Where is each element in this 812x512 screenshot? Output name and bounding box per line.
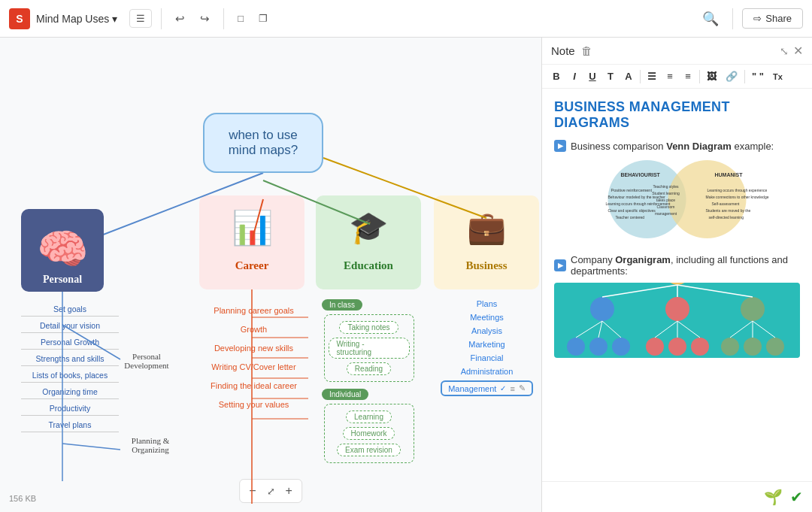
edu-sub-3[interactable]: Learning (346, 411, 392, 423)
biz-sub-1[interactable]: Meetings (470, 313, 504, 322)
education-node-label: Education (316, 259, 421, 272)
svg-text:HUMANIST: HUMANIST (715, 172, 744, 177)
redo-btn[interactable]: ↪ (195, 9, 214, 29)
edu-sub-0[interactable]: Taking notes (339, 321, 398, 334)
frame-btn[interactable]: □ (233, 10, 248, 27)
planning-label: Planning & Organizing (120, 436, 180, 454)
clone-btn[interactable]: ❐ (254, 10, 272, 27)
note-collapse-icon[interactable]: ⤡ (780, 45, 789, 57)
personal-sub-3[interactable]: Strengths and skills (21, 354, 119, 366)
sep1 (161, 8, 162, 29)
biz-sub-5[interactable]: Administration (461, 367, 514, 376)
career-sub-3[interactable]: Writing CV/Cover letter (203, 359, 304, 373)
clear-format-btn[interactable]: Tx (769, 70, 786, 83)
biz-sub-2[interactable]: Analysis (471, 326, 502, 335)
career-sub-2[interactable]: Developing new skills (203, 341, 304, 354)
note-content[interactable]: BUSINESS MANAGEMENT DIAGRAMS ▶ Business … (542, 89, 812, 481)
individual-badge: Individual (322, 389, 368, 400)
personal-sub-7[interactable]: Travel plans (21, 420, 119, 432)
note-ai-icon[interactable]: 🌱 (764, 488, 783, 506)
search-btn[interactable]: 🔍 (698, 8, 723, 30)
biz-sub-4[interactable]: Financial (470, 353, 503, 362)
note-header: Note 🗑 ⤡ ✕ (542, 38, 812, 65)
zoom-in-btn[interactable]: + (283, 483, 295, 499)
canvas[interactable]: when to use mind maps? 🧠 Personal 📊 Care… (0, 38, 541, 512)
note-close-icon[interactable]: ✕ (793, 44, 803, 58)
svg-point-56 (766, 338, 784, 356)
svg-text:self-directed learning: self-directed learning (709, 215, 744, 220)
personal-sub-0[interactable]: Set goals (21, 304, 119, 317)
link-btn[interactable]: 🔗 (722, 68, 741, 84)
svg-text:takes place: takes place (656, 198, 676, 202)
management-item[interactable]: Management ✓ ≡ ✎ (441, 380, 533, 396)
personal-sub-5[interactable]: Organizing time (21, 387, 119, 399)
ul-btn[interactable]: ☰ (644, 68, 660, 84)
central-node[interactable]: when to use mind maps? (203, 113, 323, 173)
sep2 (223, 8, 224, 29)
note-panel: Note 🗑 ⤡ ✕ B I U T A ☰ ≡ ≡ 🖼 🔗 " " Tx (541, 38, 812, 512)
personal-sub-2[interactable]: Personal Growth (21, 338, 119, 350)
toolbar-sep2 (699, 70, 700, 83)
svg-point-43 (589, 338, 607, 356)
svg-point-36 (590, 297, 614, 321)
menu-btn[interactable]: ☰ (129, 9, 152, 28)
edu-sub-2[interactable]: Reading (347, 362, 391, 375)
image-btn[interactable]: 🖼 (703, 68, 720, 84)
venn-diagram: BEHAVIOURIST HUMANIST Positive reinforce… (554, 158, 800, 241)
svg-point-49 (668, 338, 686, 356)
italic-btn[interactable]: I (566, 68, 583, 84)
canvas-bottom-bar: − ⤢ + (239, 479, 302, 503)
career-sub-0[interactable]: Planning career goals (203, 303, 304, 317)
ol-btn[interactable]: ≡ (662, 68, 678, 84)
career-node[interactable]: 📊 Career (199, 195, 304, 289)
share-btn[interactable]: ⇨ Share (742, 8, 803, 29)
main-toolbar: S Mind Map Uses ▾ ☰ ↩ ↪ □ ❐ 🔍 ⇨ Share (0, 0, 812, 38)
svg-text:Make connections to other know: Make connections to other knowledge (706, 195, 769, 199)
svg-text:Classroom: Classroom (657, 204, 675, 209)
svg-point-54 (721, 338, 739, 356)
personal-sub-4[interactable]: Lists of books, places (21, 371, 119, 383)
svg-point-42 (567, 338, 585, 356)
font-color-btn[interactable]: A (620, 68, 637, 84)
education-sub-list: In class Taking notes Writing - structur… (322, 299, 416, 463)
underline-btn[interactable]: U (584, 68, 601, 84)
note-toolbar: B I U T A ☰ ≡ ≡ 🖼 🔗 " " Tx (542, 65, 812, 89)
personal-sub-1[interactable]: Detail your vision (21, 321, 119, 333)
svg-text:Positive reinforcement: Positive reinforcement (611, 188, 653, 192)
personal-sub-6[interactable]: Productivity (21, 404, 119, 416)
zoom-fit-btn[interactable]: ⤢ (264, 484, 278, 498)
career-sub-1[interactable]: Growth (203, 322, 304, 335)
svg-line-6 (62, 444, 120, 450)
edu-sub-5[interactable]: Exam revision (337, 444, 401, 456)
personal-node[interactable]: 🧠 Personal (21, 209, 104, 292)
strikethrough-btn[interactable]: T (602, 68, 619, 84)
business-node[interactable]: 💼 Business (434, 195, 539, 289)
education-node[interactable]: 🎓 Education (316, 195, 421, 289)
zoom-out-btn[interactable]: − (246, 483, 259, 499)
business-node-label: Business (434, 259, 539, 272)
svg-text:Students are moved by the: Students are moved by the (706, 208, 751, 213)
biz-sub-0[interactable]: Plans (477, 299, 498, 308)
edu-sub-4[interactable]: Homework (343, 427, 395, 440)
section1-bold: Venn Diagram (664, 141, 732, 152)
bold-btn[interactable]: B (548, 68, 565, 84)
toolbar-sep1 (640, 70, 641, 83)
in-class-box: Taking notes Writing - structuring Readi… (324, 314, 414, 382)
svg-text:Clear and specific objectives: Clear and specific objectives (608, 208, 656, 213)
quote-btn[interactable]: " " (748, 68, 768, 84)
share-icon: ⇨ (753, 13, 762, 24)
note-delete-icon[interactable]: 🗑 (581, 44, 592, 57)
note-check-icon[interactable]: ✔ (790, 488, 803, 506)
section1-text-before: Business comparison (571, 141, 664, 152)
svg-point-55 (744, 338, 762, 356)
undo-btn[interactable]: ↩ (171, 9, 189, 29)
business-sub-list: Plans Meetings Analysis Marketing Financ… (440, 299, 534, 396)
career-sub-4[interactable]: Finding the ideal career (203, 378, 304, 392)
edu-sub-1[interactable]: Writing - structuring (329, 338, 410, 359)
align-btn[interactable]: ≡ (680, 68, 696, 84)
note-content-title: BUSINESS MANAGEMENT DIAGRAMS (554, 99, 800, 131)
career-sub-5[interactable]: Setting your values (203, 397, 304, 411)
biz-sub-3[interactable]: Marketing (468, 340, 504, 349)
individual-box: Learning Homework Exam revision (324, 404, 414, 463)
svg-point-38 (741, 297, 765, 321)
